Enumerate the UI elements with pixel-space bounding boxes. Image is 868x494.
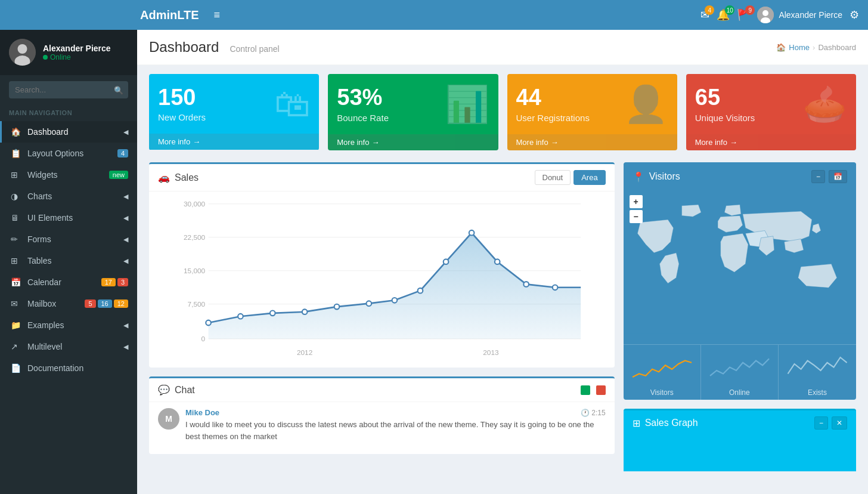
breadcrumb-current: Dashboard bbox=[818, 43, 856, 52]
sidebar-search-wrap: 🔍 bbox=[0, 75, 137, 104]
mini-chart-visitors: Visitors bbox=[624, 345, 701, 400]
sales-chart-svg: 30,000 22,500 15,000 7,500 0 bbox=[158, 197, 606, 365]
chart-tabs: Donut Area bbox=[535, 170, 606, 185]
sidebar-item-tables[interactable]: ⊞ Tables ◀ bbox=[0, 250, 137, 271]
tab-area[interactable]: Area bbox=[574, 170, 605, 185]
visitors-mini-label: Visitors bbox=[627, 388, 698, 397]
mail-icon[interactable]: ✉ 4 bbox=[700, 8, 709, 21]
reg-number: 44 bbox=[516, 85, 590, 110]
sidebar-label-forms: Forms bbox=[27, 234, 121, 244]
map-zoom-out[interactable]: − bbox=[630, 210, 643, 223]
settings-icon[interactable]: ⚙ bbox=[850, 8, 859, 21]
forms-arrow: ◀ bbox=[123, 236, 128, 243]
sidebar-item-calendar[interactable]: 📅 Calendar 17 3 bbox=[0, 271, 137, 293]
map-pin-icon: 📍 bbox=[633, 171, 644, 183]
sidebar-username: Alexander Pierce bbox=[43, 44, 128, 53]
svg-point-18 bbox=[238, 314, 243, 319]
chat-btn-red[interactable] bbox=[596, 385, 606, 395]
svg-point-20 bbox=[302, 309, 308, 314]
sales-box-title: 🚗 Sales bbox=[158, 172, 199, 183]
breadcrumb-home-link[interactable]: Home bbox=[789, 43, 810, 52]
orders-footer[interactable]: More info → bbox=[149, 134, 319, 150]
calendar-badge1: 17 bbox=[101, 278, 116, 286]
chat-body: M Mike Doe 🕐 2:15 I would like to meet bbox=[149, 402, 615, 454]
ui-icon: 🖥 bbox=[11, 213, 23, 223]
content: 150 New Orders 🛍 More info → 53% Bounce … bbox=[137, 65, 868, 494]
sidebar-item-charts[interactable]: ◑ Charts ◀ bbox=[0, 186, 137, 207]
page-subtitle: Control panel bbox=[230, 44, 279, 54]
avatar bbox=[757, 7, 774, 23]
app-logo: AdminLTE bbox=[140, 8, 199, 22]
sidebar-user-info: Alexander Pierce Online bbox=[43, 44, 128, 61]
sidebar-toggle[interactable]: ≡ bbox=[214, 9, 221, 21]
search-icon[interactable]: 🔍 bbox=[114, 85, 123, 94]
visitors-box-title: 📍 Visitors bbox=[633, 171, 680, 183]
stat-box-orders: 150 New Orders 🛍 More info → bbox=[149, 74, 319, 150]
reg-desc: User Registrations bbox=[516, 113, 590, 123]
notif-badge: 10 bbox=[725, 5, 734, 15]
calendar-badge2: 3 bbox=[117, 278, 128, 286]
sidebar-item-examples[interactable]: 📁 Examples ◀ bbox=[0, 314, 137, 336]
sidebar-label-docs: Documentation bbox=[27, 363, 128, 373]
sales-box-body: 30,000 22,500 15,000 7,500 0 bbox=[149, 192, 615, 368]
mini-chart-exists: Exists bbox=[779, 345, 856, 400]
sidebar-item-multilevel[interactable]: ↗ Multilevel ◀ bbox=[0, 336, 137, 357]
notifications-icon[interactable]: 🔔 10 bbox=[717, 8, 730, 21]
ui-arrow: ◀ bbox=[123, 214, 128, 222]
visitors-calendar-btn[interactable]: 📅 bbox=[829, 170, 847, 183]
multilevel-icon: ↗ bbox=[11, 342, 23, 351]
search-input[interactable] bbox=[9, 81, 128, 98]
sidebar-item-layout[interactable]: 📋 Layout Options 4 bbox=[0, 143, 137, 164]
tab-donut[interactable]: Donut bbox=[535, 170, 571, 185]
chat-btn-green[interactable] bbox=[581, 385, 590, 395]
user-menu[interactable]: Alexander Pierce bbox=[757, 7, 842, 23]
visitors-col: 📍 Visitors − 📅 + − bbox=[624, 162, 856, 480]
flags-icon[interactable]: 🚩 9 bbox=[737, 8, 750, 21]
sales-graph-close[interactable]: ✕ bbox=[832, 416, 847, 430]
sidebar-item-dashboard[interactable]: 🏠 Dashboard ◀ bbox=[0, 121, 137, 143]
sidebar-item-docs[interactable]: 📄 Documentation bbox=[0, 357, 137, 379]
map-controls: + − bbox=[630, 195, 643, 223]
sales-graph-body bbox=[624, 436, 856, 471]
svg-point-27 bbox=[495, 259, 500, 264]
bounce-desc: Bounce Rate bbox=[337, 113, 389, 123]
main-row: 🚗 Sales Donut Area bbox=[149, 162, 856, 480]
sidebar-item-forms[interactable]: ✏ Forms ◀ bbox=[0, 229, 137, 250]
svg-text:2012: 2012 bbox=[297, 348, 312, 357]
sidebar-label-ui: UI Elements bbox=[27, 213, 121, 223]
svg-text:7,500: 7,500 bbox=[188, 300, 206, 308]
sidebar-item-mailbox[interactable]: ✉ Mailbox 5 16 12 bbox=[0, 293, 137, 314]
sidebar-label-widgets: Widgets bbox=[27, 170, 109, 180]
map-zoom-in[interactable]: + bbox=[630, 195, 643, 208]
sidebar-item-ui[interactable]: 🖥 UI Elements ◀ bbox=[0, 207, 137, 229]
main-wrapper: Dashboard Control panel 🏠 Home › Dashboa… bbox=[137, 0, 868, 494]
svg-point-25 bbox=[444, 259, 449, 264]
header: AdminLTE ≡ ✉ 4 🔔 10 🚩 9 Alexander Pierce… bbox=[0, 0, 868, 30]
nav-label: MAIN NAVIGATION bbox=[0, 104, 137, 121]
grid-icon: ⊞ bbox=[633, 418, 640, 429]
stat-box-reg-body: 44 User Registrations 👤 bbox=[507, 74, 677, 134]
chat-message: M Mike Doe 🕐 2:15 I would like to meet bbox=[158, 408, 606, 442]
breadcrumb: 🏠 Home › Dashboard bbox=[776, 43, 856, 52]
stat-box-bounce-body: 53% Bounce Rate 📊 bbox=[328, 74, 498, 134]
mini-chart-online: Online bbox=[701, 345, 779, 400]
visitors-minus-btn[interactable]: − bbox=[811, 170, 825, 183]
reg-footer[interactable]: More info → bbox=[507, 134, 677, 150]
chat-sender: Mike Doe bbox=[185, 408, 219, 417]
map-area: + − bbox=[624, 189, 856, 344]
orders-desc: New Orders bbox=[158, 112, 206, 122]
sales-graph-header: ⊞ Sales Graph − ✕ bbox=[624, 410, 856, 436]
mailbox-badges: 5 16 12 bbox=[85, 300, 128, 308]
bounce-footer[interactable]: More info → bbox=[328, 134, 498, 150]
orders-number: 150 bbox=[158, 85, 206, 110]
sidebar-avatar bbox=[9, 39, 36, 66]
vis-footer[interactable]: More info → bbox=[686, 134, 856, 150]
mail-badge: 4 bbox=[705, 5, 714, 15]
sidebar-item-widgets[interactable]: ⊞ Widgets new bbox=[0, 164, 137, 186]
svg-point-17 bbox=[206, 320, 211, 326]
world-map-svg bbox=[624, 189, 856, 344]
visitors-box-header: 📍 Visitors − 📅 bbox=[624, 164, 856, 189]
reg-icon: 👤 bbox=[624, 83, 668, 125]
dashboard-arrow: ◀ bbox=[123, 128, 128, 136]
sales-graph-minus[interactable]: − bbox=[814, 416, 828, 430]
